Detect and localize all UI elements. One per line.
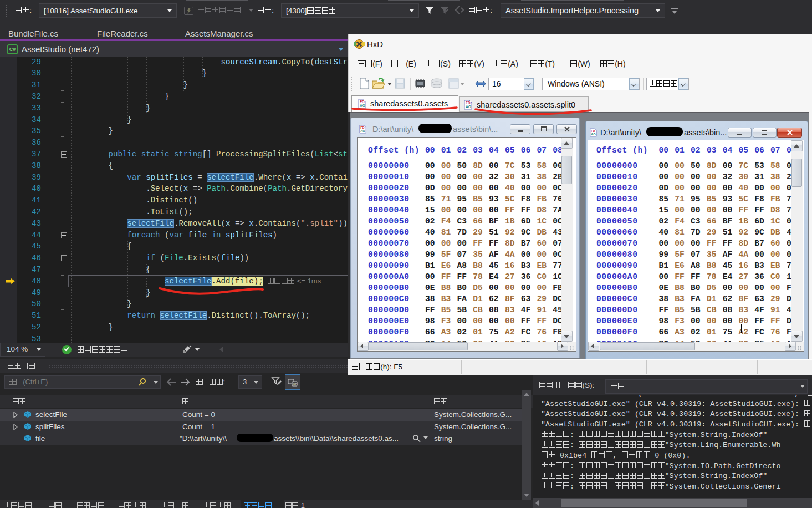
svg-text:FD: FD <box>591 129 595 133</box>
svg-text:FD: FD <box>360 126 365 129</box>
svg-text:AO: AO <box>591 133 596 136</box>
svg-text:AO: AO <box>360 129 365 133</box>
svg-text:ab: ab <box>293 382 298 386</box>
